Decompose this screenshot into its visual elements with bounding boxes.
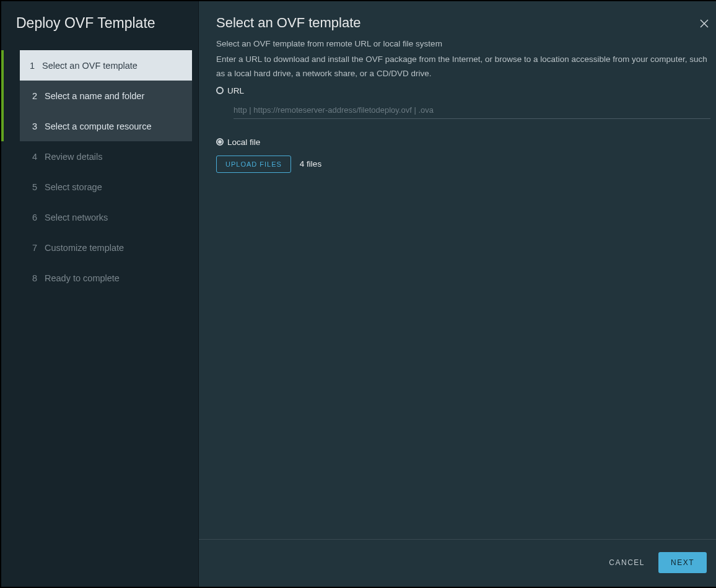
step-number: 8 [32, 273, 45, 283]
wizard-title: Deploy OVF Template [1, 15, 198, 50]
step-number: 3 [32, 121, 45, 131]
wizard-sidebar: Deploy OVF Template 1Select an OVF templ… [1, 1, 198, 587]
main-content: Select an OVF template from remote URL o… [199, 31, 716, 539]
step-number: 4 [32, 152, 45, 162]
wizard-step-3[interactable]: 3Select a compute resource [20, 111, 192, 141]
url-input-wrap [234, 102, 710, 119]
step-label: Select an OVF template [42, 61, 138, 71]
upload-row: UPLOAD FILES 4 files [216, 156, 710, 173]
radio-icon [216, 138, 224, 146]
wizard-step-6: 6Select networks [20, 202, 192, 232]
step-label: Select a name and folder [45, 91, 144, 101]
step-label: Select networks [45, 213, 108, 222]
wizard-step-2[interactable]: 2Select a name and folder [20, 81, 192, 111]
radio-local-file[interactable]: Local file [216, 138, 710, 147]
close-icon[interactable] [698, 17, 710, 30]
page-title: Select an OVF template [216, 15, 361, 31]
main-header: Select an OVF template [199, 1, 716, 31]
wizard-step-1[interactable]: 1Select an OVF template [20, 50, 192, 81]
progress-rail [1, 50, 4, 141]
subtitle-2: Enter a URL to download and install the … [216, 53, 710, 81]
wizard-step-4: 4Review details [20, 141, 192, 172]
radio-icon [216, 87, 224, 94]
wizard-step-7: 7Customize template [20, 232, 192, 263]
step-number: 5 [32, 182, 45, 192]
step-label: Ready to complete [45, 273, 120, 283]
step-label: Customize template [45, 243, 124, 253]
url-input[interactable] [234, 102, 710, 119]
cancel-button[interactable]: CANCEL [606, 552, 647, 573]
radio-local-label: Local file [227, 138, 260, 147]
step-number: 7 [32, 243, 45, 253]
subtitle-1: Select an OVF template from remote URL o… [216, 37, 710, 51]
next-button[interactable]: NEXT [658, 552, 707, 573]
step-label: Review details [45, 152, 103, 162]
upload-files-button[interactable]: UPLOAD FILES [216, 156, 291, 173]
wizard-step-8: 8Ready to complete [20, 263, 192, 293]
step-number: 6 [32, 213, 45, 222]
wizard-step-5: 5Select storage [20, 172, 192, 202]
step-label: Select storage [45, 182, 102, 192]
wizard-steps: 1Select an OVF template2Select a name an… [1, 50, 198, 293]
main-panel: Select an OVF template Select an OVF tem… [198, 1, 716, 587]
wizard-container: Deploy OVF Template 1Select an OVF templ… [1, 1, 715, 587]
wizard-footer: CANCEL NEXT [199, 539, 716, 587]
file-count: 4 files [300, 159, 321, 169]
step-label: Select a compute resource [45, 121, 151, 131]
step-number: 1 [30, 61, 42, 71]
radio-url[interactable]: URL [216, 86, 710, 95]
radio-url-label: URL [227, 86, 244, 95]
step-number: 2 [32, 91, 45, 101]
